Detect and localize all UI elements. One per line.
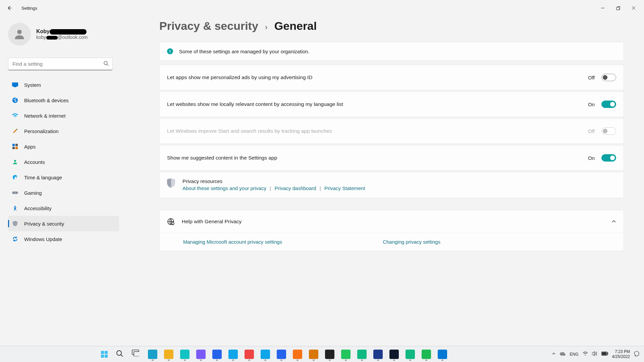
svg-rect-9 (12, 147, 15, 149)
sidebar-item-privacy[interactable]: Privacy & security (8, 216, 119, 231)
breadcrumb-parent[interactable]: Privacy & security (159, 19, 258, 33)
svg-rect-20 (101, 351, 104, 354)
tray-clock[interactable]: 7:23 PM 4/25/2022 (612, 349, 630, 359)
link-privacy-statement[interactable]: Privacy Statement (324, 185, 365, 191)
taskbar-search[interactable] (113, 347, 127, 361)
window-title: Settings (21, 6, 37, 11)
apps-icon (12, 143, 18, 149)
svg-rect-23 (105, 355, 108, 358)
taskbar-app15[interactable] (403, 347, 417, 361)
toggle-switch (601, 127, 616, 135)
svg-rect-10 (15, 147, 18, 149)
taskbar-snipping-tool[interactable] (435, 347, 449, 361)
svg-rect-0 (616, 7, 619, 10)
volume-icon[interactable] (592, 351, 597, 357)
resources-title: Privacy resources (182, 178, 365, 184)
onedrive-icon[interactable] (560, 352, 566, 357)
setting-row: Let apps show me personalized ads by usi… (160, 65, 624, 90)
taskbar-clipchamp[interactable] (194, 347, 208, 361)
taskbar-play-store[interactable] (355, 347, 369, 361)
setting-row: Show me suggested content in the Setting… (160, 145, 624, 170)
link-about-privacy[interactable]: About these settings and your privacy (182, 185, 266, 191)
taskbar-app4[interactable] (210, 347, 224, 361)
close-button[interactable] (626, 3, 641, 13)
toggle-switch[interactable] (601, 154, 616, 162)
help-globe-icon (167, 218, 174, 225)
taskbar-explorer[interactable] (162, 347, 176, 361)
svg-rect-21 (105, 351, 108, 354)
tray-chevron-icon[interactable] (552, 352, 556, 357)
search-input[interactable] (8, 58, 113, 70)
taskbar-task-view[interactable] (129, 347, 144, 361)
tray-lang[interactable]: ENG (570, 352, 579, 357)
info-icon: i (167, 48, 173, 54)
svg-point-24 (117, 351, 121, 355)
maximize-button[interactable] (610, 3, 626, 13)
account-block[interactable]: Koby koby@outlook.com (8, 20, 119, 52)
back-icon (7, 5, 12, 11)
nav-list: System Bluetooth & devices Network & int… (8, 77, 119, 247)
sidebar-item-label: Accounts (24, 159, 45, 165)
sidebar-item-personalization[interactable]: Personalization (8, 123, 119, 139)
svg-rect-8 (15, 144, 18, 146)
shield-icon (167, 178, 175, 188)
setting-row: Let websites show me locally relevant co… (160, 92, 624, 117)
svg-rect-14 (12, 191, 18, 194)
sidebar-item-label: Bluetooth & devices (24, 98, 69, 103)
toggle-switch[interactable] (601, 74, 616, 81)
taskbar-obs[interactable] (323, 347, 337, 361)
sidebar-item-system[interactable]: System (8, 77, 119, 93)
sidebar-item-accounts[interactable]: Accounts (8, 154, 119, 170)
taskbar-blender[interactable] (290, 347, 305, 361)
help-link-change-settings[interactable]: Changing privacy settings (383, 239, 440, 245)
taskbar-spotify[interactable] (419, 347, 433, 361)
sidebar-item-update[interactable]: Windows Update (8, 231, 119, 247)
resources-links: About these settings and your privacy | … (182, 185, 365, 191)
taskbar-kinemaster[interactable] (242, 347, 256, 361)
notifications-icon[interactable] (634, 351, 639, 357)
sidebar-item-apps[interactable]: Apps (8, 139, 119, 154)
link-privacy-dashboard[interactable]: Privacy dashboard (274, 185, 316, 191)
taskbar-app10[interactable] (307, 347, 321, 361)
battery-icon[interactable] (601, 352, 608, 357)
svg-rect-29 (602, 352, 606, 355)
titlebar: Settings (0, 0, 644, 16)
taskbar-app7[interactable] (258, 347, 272, 361)
minimize-button[interactable] (595, 3, 610, 13)
toggle-state-label: On (588, 102, 595, 107)
help-expand-button[interactable]: Help with General Privacy (160, 210, 624, 233)
toggle-switch[interactable] (601, 101, 616, 108)
svg-rect-3 (12, 82, 18, 86)
sidebar-item-accessibility[interactable]: Accessibility (8, 200, 119, 216)
shield-icon (12, 221, 18, 227)
taskbar-edge[interactable] (146, 347, 160, 361)
search-box (8, 58, 113, 70)
svg-rect-28 (607, 353, 608, 355)
toggle-state-label: Off (588, 75, 595, 80)
taskbar-amazon[interactable] (387, 347, 401, 361)
svg-point-6 (16, 129, 17, 130)
back-button[interactable] (3, 1, 16, 15)
globe-clock-icon (12, 174, 18, 180)
minimize-icon (601, 6, 604, 10)
maximize-icon (616, 6, 620, 10)
sidebar-item-time[interactable]: Time & language (8, 170, 119, 185)
svg-point-17 (14, 206, 16, 207)
sidebar-item-network[interactable]: Network & internet (8, 108, 119, 123)
taskbar-app8[interactable] (274, 347, 288, 361)
taskbar-app5[interactable] (226, 347, 240, 361)
sidebar-item-gaming[interactable]: Gaming (8, 185, 119, 200)
breadcrumb: Privacy & security › General (159, 19, 624, 33)
help-link-manage-account[interactable]: Managing Microsoft account privacy setti… (183, 239, 282, 245)
taskbar-meet[interactable] (339, 347, 353, 361)
taskbar-start[interactable] (97, 347, 111, 361)
sidebar-item-label: Apps (24, 144, 36, 149)
taskbar-canva[interactable] (178, 347, 192, 361)
taskbar-ms-store[interactable] (371, 347, 385, 361)
setting-label: Let websites show me locally relevant co… (167, 101, 583, 107)
sidebar-item-bluetooth[interactable]: Bluetooth & devices (8, 93, 119, 108)
wifi-icon[interactable] (583, 352, 588, 357)
bluetooth-icon (12, 97, 18, 103)
accessibility-icon (12, 205, 18, 211)
svg-point-1 (17, 30, 21, 34)
